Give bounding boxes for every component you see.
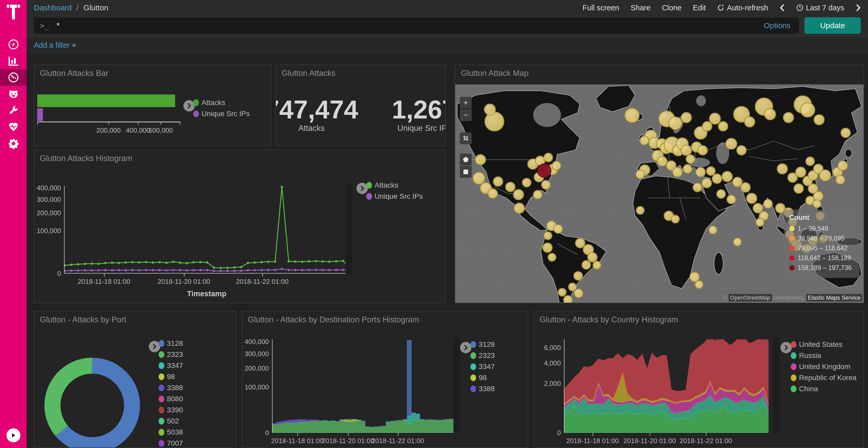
legend-color-dot — [159, 418, 164, 424]
add-filter-button[interactable]: Add a filter+ — [34, 41, 76, 49]
donut-hole — [60, 374, 124, 437]
x-tick-mark — [348, 433, 348, 436]
bar-attacks[interactable] — [37, 95, 175, 107]
query-prompt-icon: >_ — [40, 22, 50, 30]
legend-item[interactable]: 8080 — [159, 395, 183, 403]
sidebar-collapse-button[interactable] — [6, 428, 21, 442]
auto-refresh-button[interactable]: Auto-refresh — [717, 4, 768, 12]
time-forward-button[interactable] — [856, 4, 861, 12]
chevron-right-icon — [152, 343, 157, 350]
map-legend-label: 158,189 – 197,736 — [798, 264, 852, 272]
sidebar-item-monitoring[interactable] — [0, 119, 27, 135]
legend-item[interactable]: 98 — [159, 373, 183, 381]
filter-bar: Add a filter+ — [27, 36, 868, 54]
t-mobile-logo[interactable] — [6, 5, 21, 20]
x-tick-label: 2018-11-22 01:00 — [226, 278, 299, 286]
y-tick-label: 400,000 — [35, 184, 61, 192]
legend-item[interactable]: Attacks — [193, 99, 250, 107]
legend-label: 8080 — [167, 395, 183, 403]
legend-label: United Kingdom — [799, 363, 850, 371]
full-screen-button[interactable]: Full screen — [583, 4, 619, 12]
legend-item[interactable]: 3128 — [159, 339, 183, 348]
legend-item[interactable]: United Kingdom — [791, 363, 857, 371]
legend-label: Russia — [799, 351, 821, 360]
time-back-button[interactable] — [780, 4, 785, 12]
legend-scroll-strip[interactable] — [346, 184, 352, 274]
query-value[interactable]: * — [57, 21, 60, 30]
legend-label: Attacks — [375, 181, 398, 189]
plot-area[interactable] — [564, 339, 768, 433]
search-query-input[interactable]: >_ * Options — [34, 18, 799, 34]
plot-area[interactable] — [64, 186, 349, 274]
map-legend-label: 1 – 39,548 — [798, 225, 828, 232]
clone-button[interactable]: Clone — [662, 4, 681, 12]
map-polygon-tool-button[interactable] — [460, 153, 472, 165]
legend-color-dot — [159, 384, 164, 391]
sidebar-item-dashboard[interactable] — [0, 69, 27, 86]
legend-label: Republic of Korea — [799, 374, 857, 382]
legend-color-dot — [159, 395, 164, 402]
edit-button[interactable]: Edit — [693, 4, 706, 12]
legend-scroll-strip[interactable] — [454, 337, 460, 433]
legend-toggle-button[interactable] — [460, 342, 471, 353]
legend-label: Unique Src IPs — [375, 192, 423, 201]
map-zoom-in-button[interactable]: + — [460, 97, 472, 109]
openstreetmap-link[interactable]: OpenStreetMap — [728, 294, 772, 302]
legend-item[interactable]: 3128 — [470, 340, 495, 349]
legend-item[interactable]: 3390 — [159, 406, 183, 414]
legend-item[interactable]: Unique Src IPs — [193, 110, 250, 118]
sidebar-item-management[interactable] — [0, 135, 27, 152]
legend-item[interactable]: Unique Src IPs — [366, 192, 423, 201]
sidebar-item-discover[interactable] — [0, 36, 27, 53]
legend-toggle-button[interactable] — [780, 342, 792, 353]
legend-item[interactable]: Attacks — [366, 181, 423, 189]
map-crop-tool-button[interactable] — [460, 132, 472, 144]
donut-chart[interactable] — [44, 358, 140, 448]
legend-color-dot — [791, 352, 797, 359]
world-map[interactable]: + − — [455, 84, 864, 303]
legend-item[interactable]: Republic of Korea — [791, 374, 857, 382]
x-tick-mark — [593, 433, 593, 436]
legend-label: Unique Src IPs — [202, 110, 250, 118]
x-tick-mark — [398, 433, 398, 436]
breadcrumb: Dashboard / Glutton — [34, 3, 108, 12]
legend-item[interactable]: 5038 — [159, 428, 183, 436]
legend-scroll-strip[interactable] — [773, 337, 779, 433]
legend-color-dot — [470, 374, 476, 381]
chart-legend: AttacksUnique Src IPs — [193, 99, 250, 121]
legend-item[interactable]: 2323 — [159, 350, 183, 359]
plot-area[interactable] — [272, 339, 453, 433]
legend-item[interactable]: 3347 — [159, 361, 183, 370]
legend-item[interactable]: 2323 — [470, 351, 495, 360]
sidebar-item-visualize[interactable] — [0, 53, 27, 69]
legend-item[interactable]: 502 — [159, 417, 183, 425]
legend-item[interactable]: 3388 — [470, 385, 495, 393]
legend-item[interactable]: 7007 — [159, 439, 183, 447]
polygon-icon — [462, 156, 469, 163]
sidebar-item-dev-tools[interactable] — [0, 102, 27, 119]
dashboard-grid: Glutton Attacks Bar 200,000400,000600,00… — [27, 54, 868, 448]
axis-tick — [180, 122, 180, 125]
legend-color-dot — [791, 364, 797, 370]
app-sidebar — [0, 0, 27, 448]
elastic-maps-service-link[interactable]: Elastic Maps Service — [806, 294, 862, 302]
map-zoom-out-button[interactable]: − — [460, 109, 472, 121]
bar-unique-src-ips[interactable] — [37, 108, 43, 121]
time-picker-button[interactable]: Last 7 days — [796, 4, 844, 12]
legend-item[interactable]: 3347 — [470, 363, 495, 371]
legend-item[interactable]: United States — [791, 340, 857, 349]
legend-item[interactable]: China — [791, 385, 857, 393]
legend-item[interactable]: Russia — [791, 351, 857, 360]
map-legend-label: 39,548 – 79,095 — [798, 235, 844, 242]
legend-label: 3128 — [479, 340, 495, 349]
breadcrumb-dashboard-link[interactable]: Dashboard — [34, 3, 72, 12]
map-rectangle-tool-button[interactable] — [460, 166, 472, 178]
sidebar-item-timelion[interactable] — [0, 86, 27, 102]
legend-color-dot — [470, 364, 476, 370]
share-button[interactable]: Share — [630, 4, 650, 12]
legend-item[interactable]: 3388 — [159, 384, 183, 392]
legend-item[interactable]: 98 — [470, 374, 495, 382]
query-options-link[interactable]: Options — [764, 21, 793, 30]
update-button[interactable]: Update — [804, 17, 861, 34]
y-tick-label: 0 — [35, 270, 61, 278]
